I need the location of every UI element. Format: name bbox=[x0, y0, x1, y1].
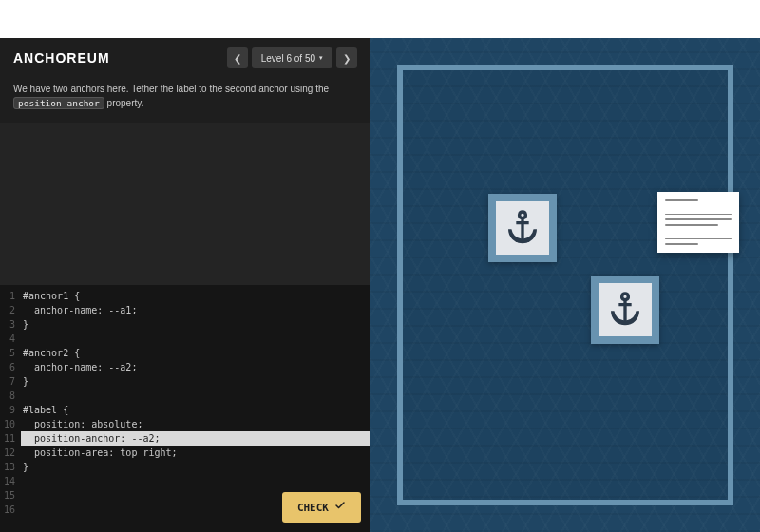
label-line bbox=[665, 238, 732, 240]
anchor-2 bbox=[591, 276, 659, 344]
chevron-left-icon: ❮ bbox=[234, 53, 241, 64]
header: ANCHOREUM ❮ Level 6 of 50 ▾ ❯ bbox=[0, 38, 370, 74]
prev-level-button[interactable]: ❮ bbox=[227, 48, 248, 68]
editor-line[interactable] bbox=[21, 389, 370, 403]
stage bbox=[397, 65, 733, 505]
editor-line[interactable] bbox=[21, 332, 370, 346]
label-line bbox=[665, 243, 698, 245]
level-nav: ❮ Level 6 of 50 ▾ ❯ bbox=[227, 48, 357, 68]
instructions-text-after: property. bbox=[107, 98, 144, 108]
editor-line[interactable]: position-area: top right; bbox=[21, 446, 370, 460]
check-button[interactable]: CHECK bbox=[282, 492, 361, 522]
editor-line[interactable]: } bbox=[21, 374, 370, 389]
level-label-text: Level 6 of 50 bbox=[261, 53, 315, 64]
anchor-icon bbox=[606, 289, 644, 331]
editor-line[interactable]: #label { bbox=[21, 403, 370, 417]
label-line bbox=[665, 218, 732, 220]
editor-line[interactable]: position: absolute; bbox=[21, 417, 370, 431]
editor-code[interactable]: #anchor1 { anchor-name: --a1;}#anchor2 {… bbox=[21, 285, 370, 521]
caret-down-icon: ▾ bbox=[319, 54, 323, 62]
app-root: ANCHOREUM ❮ Level 6 of 50 ▾ ❯ We have tw… bbox=[0, 0, 760, 532]
editor-line[interactable]: #anchor1 { bbox=[21, 289, 370, 303]
anchor-1 bbox=[488, 194, 557, 262]
code-editor[interactable]: 12345678910111213141516 #anchor1 { ancho… bbox=[0, 285, 370, 532]
label-line bbox=[665, 200, 698, 201]
left-panel: ANCHOREUM ❮ Level 6 of 50 ▾ ❯ We have tw… bbox=[0, 38, 370, 532]
instructions: We have two anchors here. Tether the lab… bbox=[0, 74, 370, 124]
editor-line[interactable]: position-anchor: --a2; bbox=[21, 431, 370, 446]
editor-line[interactable]: #anchor2 { bbox=[21, 346, 370, 360]
anchor-icon bbox=[504, 207, 542, 249]
instructions-code-chip: position-anchor bbox=[13, 97, 104, 109]
editor-line[interactable]: anchor-name: --a1; bbox=[21, 303, 370, 317]
editor-line[interactable] bbox=[21, 474, 370, 488]
chevron-right-icon: ❯ bbox=[343, 53, 351, 64]
editor-line[interactable]: } bbox=[21, 460, 370, 474]
check-button-label: CHECK bbox=[297, 501, 329, 515]
label-line bbox=[665, 214, 732, 216]
instructions-spacer bbox=[0, 124, 370, 285]
instructions-text-before: We have two anchors here. Tether the lab… bbox=[13, 84, 329, 94]
check-icon bbox=[334, 500, 346, 515]
brand-title: ANCHOREUM bbox=[13, 50, 110, 66]
editor-line[interactable]: } bbox=[21, 317, 370, 332]
right-panel bbox=[370, 38, 760, 532]
editor-gutter: 12345678910111213141516 bbox=[0, 285, 21, 521]
label-line bbox=[665, 224, 718, 226]
level-select[interactable]: Level 6 of 50 ▾ bbox=[252, 48, 332, 68]
next-level-button[interactable]: ❯ bbox=[336, 48, 357, 68]
label-card bbox=[657, 192, 739, 253]
editor-line[interactable]: anchor-name: --a2; bbox=[21, 360, 370, 374]
